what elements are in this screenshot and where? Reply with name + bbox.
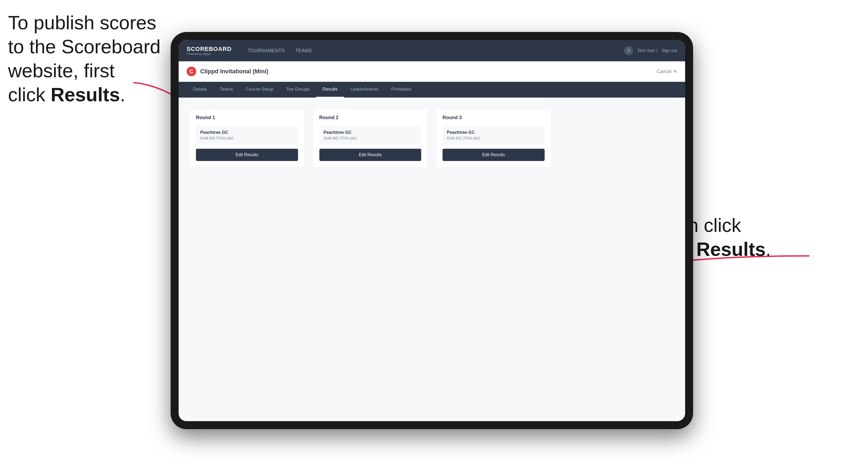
course-details-2: Gold (M) (7010 yds) [323, 136, 417, 140]
edit-results-button-3[interactable]: Edit Results [442, 149, 545, 161]
course-name-3: Peachtree GC [447, 130, 540, 135]
round-1-title: Round 1 [196, 115, 298, 121]
course-name-1: Peachtree GC [200, 130, 294, 135]
nav-tournaments[interactable]: TOURNAMENTS [248, 48, 285, 54]
tab-details[interactable]: Details [187, 82, 213, 98]
instruction-line1: To publish scores [8, 12, 156, 33]
instruction-right-line2-suffix: . [766, 239, 771, 260]
course-details-3: Gold (M) (7010 yds) [447, 136, 540, 140]
main-content: Round 1 Peachtree GC Gold (M) (7010 yds)… [179, 98, 685, 421]
instruction-line4-bold: Results [51, 84, 120, 105]
sign-out-link[interactable]: Sign out [661, 48, 677, 53]
tournament-title-area: C Clippd Invitational (Mini) [187, 67, 268, 76]
tab-results[interactable]: Results [316, 82, 344, 98]
instruction-line4-prefix: click [8, 84, 51, 105]
course-name-2: Peachtree GC [323, 130, 417, 135]
round-card-1: Round 1 Peachtree GC Gold (M) (7010 yds)… [189, 108, 305, 168]
nav-teams[interactable]: TEAMS [296, 48, 312, 54]
top-navigation: SCOREBOARD Powered by clippd TOURNAMENTS… [179, 40, 685, 61]
tournament-name: Clippd Invitational (Mini) [200, 68, 268, 75]
round-2-title: Round 2 [319, 115, 422, 121]
round-card-2: Round 2 Peachtree GC Gold (M) (7010 yds)… [313, 108, 428, 168]
logo-area: SCOREBOARD Powered by clippd [187, 46, 232, 56]
logo-text: SCOREBOARD [187, 46, 232, 52]
cancel-label: Cancel [657, 69, 672, 74]
close-icon: ✕ [673, 68, 677, 74]
tab-leaderboards[interactable]: Leaderboards [344, 82, 385, 98]
sub-navigation: Details Teams Course Setup Tee Groups Re… [179, 82, 685, 98]
nav-right-area: Test User | Sign out [624, 46, 677, 55]
tournament-header: C Clippd Invitational (Mini) Cancel ✕ [179, 61, 685, 82]
empty-column [559, 108, 675, 168]
user-avatar-icon [624, 46, 633, 55]
rounds-grid: Round 1 Peachtree GC Gold (M) (7010 yds)… [189, 108, 675, 168]
round-card-3: Round 3 Peachtree GC Gold (M) (7010 yds)… [436, 108, 551, 168]
user-name: Test User | [637, 48, 657, 53]
tab-course-setup[interactable]: Course Setup [239, 82, 280, 98]
tab-printables[interactable]: Printables [385, 82, 418, 98]
tab-tee-groups[interactable]: Tee Groups [280, 82, 316, 98]
instruction-line3: website, first [8, 60, 115, 81]
course-card-1: Peachtree GC Gold (M) (7010 yds) [196, 126, 298, 145]
tablet-screen: SCOREBOARD Powered by clippd TOURNAMENTS… [179, 40, 685, 421]
logo-subtitle: Powered by clippd [187, 52, 232, 56]
tab-teams[interactable]: Teams [213, 82, 239, 98]
course-card-2: Peachtree GC Gold (M) (7010 yds) [319, 126, 422, 145]
svg-point-2 [628, 49, 629, 51]
edit-results-button-2[interactable]: Edit Results [319, 149, 422, 161]
edit-results-button-1[interactable]: Edit Results [196, 149, 298, 161]
instruction-left: To publish scores to the Scoreboard webs… [8, 11, 163, 106]
instruction-line4-suffix: . [120, 84, 125, 105]
tournament-icon: C [187, 67, 196, 76]
course-details-1: Gold (M) (7010 yds) [200, 136, 294, 140]
instruction-line2: to the Scoreboard [8, 36, 160, 57]
tablet-device: SCOREBOARD Powered by clippd TOURNAMENTS… [170, 32, 693, 429]
cancel-button[interactable]: Cancel ✕ [657, 68, 677, 74]
course-card-3: Peachtree GC Gold (M) (7010 yds) [442, 126, 545, 145]
round-3-title: Round 3 [442, 115, 545, 121]
